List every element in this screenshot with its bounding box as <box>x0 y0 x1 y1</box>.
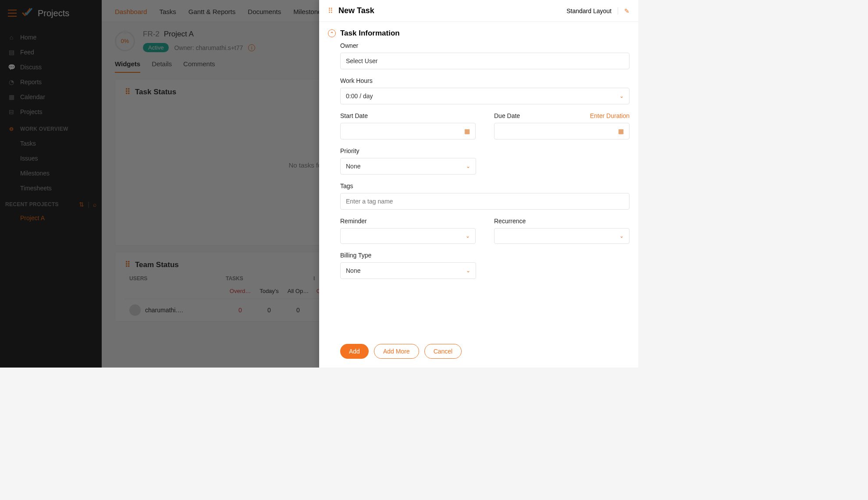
start-date-label: Start Date <box>340 112 476 119</box>
panel-header: ⠿ New Task Standard Layout ✎ <box>319 0 638 22</box>
field-billing: Billing Type None⌄ <box>340 252 476 279</box>
field-priority: Priority None⌄ <box>340 147 476 175</box>
pencil-icon[interactable]: ✎ <box>624 7 630 14</box>
enter-duration-link[interactable]: Enter Duration <box>590 112 630 119</box>
chevron-down-icon: ⌄ <box>466 163 470 169</box>
field-recurrence: Recurrence ⌄ <box>494 218 630 244</box>
tags-input[interactable] <box>340 193 630 210</box>
billing-label: Billing Type <box>340 252 476 259</box>
due-date-input[interactable]: ▦ <box>494 123 630 139</box>
calendar-icon: ▦ <box>464 128 470 135</box>
owner-select[interactable]: Select User <box>340 53 630 69</box>
section-task-info[interactable]: ⌃ Task Information <box>328 22 630 42</box>
calendar-icon: ▦ <box>618 128 624 135</box>
field-start-date: Start Date ▦ <box>340 112 476 139</box>
field-due-date: Due DateEnter Duration ▦ <box>494 112 630 139</box>
field-tags: Tags <box>340 182 630 210</box>
start-date-input[interactable]: ▦ <box>340 123 476 139</box>
field-reminder: Reminder ⌄ <box>340 218 476 244</box>
billing-select[interactable]: None⌄ <box>340 262 476 279</box>
panel-title: New Task <box>338 6 374 15</box>
field-owner: Owner Select User <box>340 42 630 69</box>
due-date-label: Due Date <box>494 112 520 119</box>
chevron-up-icon: ⌃ <box>328 29 336 37</box>
priority-select[interactable]: None⌄ <box>340 158 476 175</box>
layout-label[interactable]: Standard Layout <box>566 7 612 14</box>
new-task-panel: ⠿ New Task Standard Layout ✎ ⌃ Task Info… <box>319 0 638 368</box>
recurrence-label: Recurrence <box>494 218 630 225</box>
add-more-button[interactable]: Add More <box>374 344 419 359</box>
field-work-hours: Work Hours 0:00 / day⌄ <box>340 77 630 104</box>
reminder-select[interactable]: ⌄ <box>340 228 476 244</box>
chevron-down-icon: ⌄ <box>466 233 470 239</box>
priority-label: Priority <box>340 147 476 154</box>
chevron-down-icon: ⌄ <box>619 93 624 99</box>
grid-icon[interactable]: ⠿ <box>328 7 333 15</box>
section-title: Task Information <box>340 29 400 38</box>
tags-label: Tags <box>340 182 630 189</box>
work-hours-select[interactable]: 0:00 / day⌄ <box>340 88 630 104</box>
owner-label: Owner <box>340 42 630 49</box>
separator <box>618 7 618 14</box>
work-hours-label: Work Hours <box>340 77 630 84</box>
chevron-down-icon: ⌄ <box>619 233 624 239</box>
chevron-down-icon: ⌄ <box>466 268 470 274</box>
panel-body: ⌃ Task Information Owner Select User Wor… <box>319 22 638 338</box>
recurrence-select[interactable]: ⌄ <box>494 228 630 244</box>
reminder-label: Reminder <box>340 218 476 225</box>
cancel-button[interactable]: Cancel <box>424 344 462 359</box>
add-button[interactable]: Add <box>340 344 369 359</box>
panel-footer: Add Add More Cancel <box>319 338 638 368</box>
